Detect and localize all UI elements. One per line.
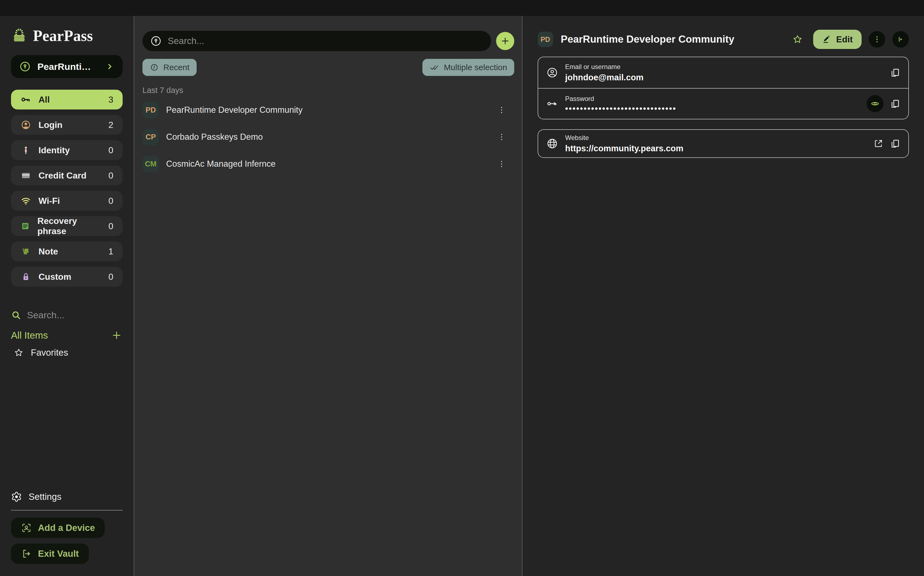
multiple-selection-chip[interactable]: Multiple selection bbox=[422, 59, 514, 76]
all-items-link[interactable]: All Items bbox=[11, 330, 48, 341]
avatar: PD bbox=[538, 32, 553, 47]
external-link-icon bbox=[873, 138, 884, 149]
sidebar-item-count: 0 bbox=[108, 272, 113, 282]
sidebar-item-all[interactable]: All 3 bbox=[11, 90, 123, 109]
add-folder-button[interactable] bbox=[110, 329, 123, 341]
website-field-actions bbox=[873, 138, 901, 149]
website-card: Website https://community.pears.com bbox=[538, 129, 909, 158]
copy-website-button[interactable] bbox=[890, 138, 901, 149]
sidebar-item-note[interactable]: Note 1 bbox=[11, 242, 123, 261]
open-link-button[interactable] bbox=[873, 138, 884, 149]
main-content: PearPass PearRuntime Cre... bbox=[0, 16, 924, 576]
search-icon bbox=[11, 310, 21, 320]
avatar: CM bbox=[142, 156, 159, 172]
list-item[interactable]: CM CosmicAc Managed Infernce bbox=[142, 150, 514, 178]
window-titlebar bbox=[0, 0, 924, 16]
sidebar-item-label: Recovery phrase bbox=[37, 216, 101, 236]
website-field-row: Website https://community.pears.com bbox=[538, 130, 908, 157]
star-icon bbox=[792, 34, 803, 45]
brand-name: PearPass bbox=[33, 27, 93, 45]
email-field-row: Email or username johndoe@mail.com bbox=[538, 57, 908, 88]
note-icon bbox=[20, 246, 31, 257]
exit-icon bbox=[21, 548, 32, 559]
kebab-icon bbox=[873, 35, 881, 44]
kebab-icon bbox=[497, 158, 506, 170]
email-field-label: Email or username bbox=[565, 63, 644, 71]
eye-icon bbox=[870, 99, 880, 109]
list-item[interactable]: PD PearRuntime Developer Community bbox=[142, 96, 514, 123]
filter-chips: Recent Multiple selection bbox=[142, 59, 514, 76]
copy-password-button[interactable] bbox=[890, 98, 901, 109]
avatar: PD bbox=[142, 102, 159, 118]
sidebar-item-credit-card[interactable]: Credit Card 0 bbox=[11, 166, 123, 186]
sidebar-bottom: Settings Add a Device bbox=[11, 491, 123, 576]
sidebar-item-wifi[interactable]: Wi-Fi 0 bbox=[11, 191, 123, 211]
settings-button[interactable]: Settings bbox=[11, 491, 123, 502]
sidebar-item-label: Login bbox=[38, 120, 62, 130]
pearpass-app: PearPass PearRuntime Cre... bbox=[0, 0, 924, 576]
vault-name: PearRuntime Cre... bbox=[37, 61, 98, 72]
password-field: Password •••••••••••••••••••••••••••••• bbox=[565, 95, 676, 113]
password-field-value: •••••••••••••••••••••••••••••• bbox=[565, 104, 676, 113]
divider bbox=[11, 510, 123, 510]
favorite-star-button[interactable] bbox=[792, 34, 803, 45]
recent-chip[interactable]: Recent bbox=[142, 59, 197, 76]
collapse-panel-icon bbox=[896, 35, 905, 44]
list-item-title: PearRuntime Developer Community bbox=[166, 105, 302, 115]
item-menu-button[interactable] bbox=[496, 129, 508, 145]
website-field-label: Website bbox=[565, 134, 683, 142]
copy-icon bbox=[890, 98, 901, 109]
list-search-input[interactable] bbox=[168, 36, 483, 46]
vault-selector[interactable]: PearRuntime Cre... bbox=[11, 55, 123, 78]
detail-header: PD PearRuntime Developer Community Ed bbox=[538, 30, 909, 49]
sidebar-item-label: Custom bbox=[38, 272, 71, 282]
wifi-icon bbox=[20, 195, 31, 206]
sidebar-item-identity[interactable]: Identity 0 bbox=[11, 140, 123, 160]
add-device-button[interactable]: Add a Device bbox=[11, 518, 105, 538]
detail-panel: PD PearRuntime Developer Community Ed bbox=[523, 16, 924, 576]
sidebar-item-custom[interactable]: Custom 0 bbox=[11, 267, 123, 286]
collapse-panel-button[interactable] bbox=[892, 31, 909, 48]
copy-email-button[interactable] bbox=[890, 67, 901, 78]
item-menu-button[interactable] bbox=[496, 156, 508, 172]
gear-icon bbox=[11, 491, 22, 502]
double-check-icon bbox=[430, 62, 440, 72]
sidebar-item-login[interactable]: Login 2 bbox=[11, 115, 123, 135]
email-field-actions bbox=[890, 67, 901, 78]
entry-list: PD PearRuntime Developer Community CP Co… bbox=[142, 96, 514, 178]
person-icon bbox=[20, 145, 31, 156]
sidebar-item-label: All bbox=[38, 94, 50, 105]
edit-button[interactable]: Edit bbox=[813, 30, 862, 49]
keyhole-circle-icon bbox=[19, 61, 31, 72]
exit-vault-button[interactable]: Exit Vault bbox=[11, 544, 89, 564]
website-field-value: https://community.pears.com bbox=[565, 144, 683, 154]
password-field-row: Password •••••••••••••••••••••••••••••• bbox=[538, 88, 908, 119]
all-items-row: All Items bbox=[11, 329, 123, 341]
detail-actions: Edit bbox=[792, 30, 909, 49]
sidebar: PearPass PearRuntime Cre... bbox=[0, 16, 134, 576]
sidebar-item-label: Identity bbox=[38, 145, 70, 155]
detail-menu-button[interactable] bbox=[869, 31, 885, 48]
list-panel: Recent Multiple selection Last 7 days PD… bbox=[134, 16, 523, 576]
add-entry-button[interactable] bbox=[496, 32, 514, 50]
sidebar-search bbox=[11, 310, 123, 320]
sidebar-item-label: Wi-Fi bbox=[38, 196, 60, 206]
app-logo: PearPass bbox=[11, 27, 123, 45]
add-device-label: Add a Device bbox=[38, 523, 95, 533]
reveal-password-button[interactable] bbox=[866, 95, 884, 112]
item-menu-button[interactable] bbox=[496, 102, 508, 118]
key-icon bbox=[546, 98, 558, 110]
lock-icon bbox=[20, 271, 31, 282]
sidebar-item-label: Note bbox=[38, 246, 58, 257]
email-field: Email or username johndoe@mail.com bbox=[565, 63, 644, 83]
list-item[interactable]: CP Corbado Passkeys Demo bbox=[142, 123, 514, 150]
key-icon bbox=[20, 94, 31, 105]
person-circle-icon bbox=[546, 67, 558, 79]
sidebar-item-recovery-phrase[interactable]: Recovery phrase 0 bbox=[11, 216, 123, 236]
sidebar-item-favorites[interactable]: Favorites bbox=[11, 347, 123, 358]
sidebar-search-input[interactable] bbox=[27, 310, 109, 320]
email-field-value: johndoe@mail.com bbox=[565, 73, 644, 83]
clock-icon bbox=[150, 63, 159, 72]
recovery-phrase-icon bbox=[20, 221, 30, 232]
list-search-row bbox=[142, 31, 514, 51]
